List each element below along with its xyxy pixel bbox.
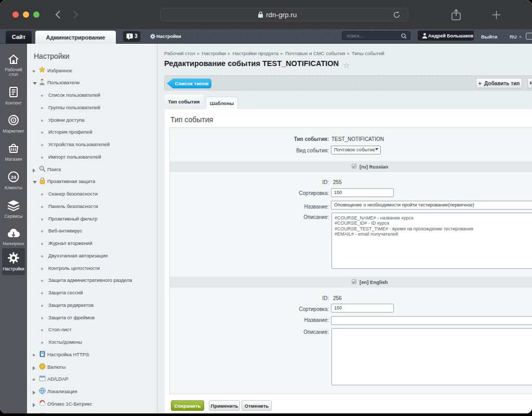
svg-text:24: 24 (11, 175, 16, 180)
